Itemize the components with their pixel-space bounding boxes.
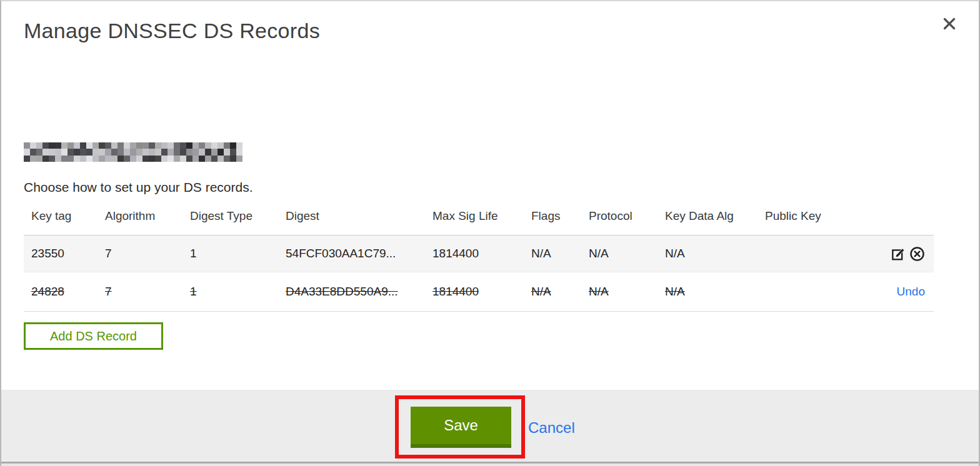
page-title: Manage DNSSEC DS Records xyxy=(24,19,320,43)
save-button[interactable]: Save xyxy=(411,407,511,448)
table-header-row: Key tag Algorithm Digest Type Digest Max… xyxy=(24,207,934,235)
digest-value: D4A33E8DD550A9... xyxy=(278,285,425,299)
row-actions xyxy=(848,245,934,262)
max-sig-life-value: 1814400 xyxy=(425,247,524,260)
close-icon xyxy=(942,16,957,31)
cancel-link[interactable]: Cancel xyxy=(528,419,575,437)
key-data-alg-value: N/A xyxy=(658,285,758,299)
column-header-digest-type: Digest Type xyxy=(182,207,278,223)
column-header-max-sig-life: Max Sig Life xyxy=(425,207,524,223)
flags-value: N/A xyxy=(524,285,581,299)
table-row-deleted: 24828 7 1 D4A33E8DD550A9... 1814400 N/A … xyxy=(24,272,934,312)
key-data-alg-value: N/A xyxy=(658,247,758,260)
protocol-value: N/A xyxy=(581,285,658,299)
column-header-actions xyxy=(848,207,934,209)
manage-dnssec-modal: Manage DNSSEC DS Records Choose how to s… xyxy=(0,0,980,466)
algorithm-value: 7 xyxy=(98,247,182,260)
column-header-flags: Flags xyxy=(524,207,581,223)
column-header-key-tag: Key tag xyxy=(24,207,98,223)
table-row: 23550 7 1 54FCF030AA1C79... 1814400 N/A … xyxy=(24,235,934,272)
column-header-protocol: Protocol xyxy=(581,207,658,223)
column-header-digest: Digest xyxy=(278,207,425,223)
close-button[interactable] xyxy=(939,14,960,35)
protocol-value: N/A xyxy=(581,247,658,260)
undo-link[interactable]: Undo xyxy=(897,285,925,299)
max-sig-life-value: 1814400 xyxy=(425,285,524,299)
delete-ds-record-button[interactable] xyxy=(909,245,925,262)
column-header-key-data-alg: Key Data Alg xyxy=(658,207,758,223)
edit-ds-record-button[interactable] xyxy=(890,245,906,262)
digest-type-value: 1 xyxy=(182,285,278,299)
key-tag-value: 24828 xyxy=(24,285,98,299)
ds-records-table: Key tag Algorithm Digest Type Digest Max… xyxy=(24,207,934,312)
delete-icon xyxy=(909,246,925,262)
redacted-domain-name xyxy=(24,142,242,162)
background-page-strip xyxy=(1,464,980,466)
digest-type-value: 1 xyxy=(182,247,278,260)
flags-value: N/A xyxy=(524,247,581,260)
add-ds-record-button[interactable]: Add DS Record xyxy=(24,322,163,350)
edit-icon xyxy=(891,246,906,262)
algorithm-value: 7 xyxy=(98,285,182,299)
key-tag-value: 23550 xyxy=(24,247,98,260)
column-header-algorithm: Algorithm xyxy=(98,207,182,223)
column-header-public-key: Public Key xyxy=(758,207,848,223)
digest-value: 54FCF030AA1C79... xyxy=(278,247,425,260)
instructions-text: Choose how to set up your DS records. xyxy=(24,180,253,195)
